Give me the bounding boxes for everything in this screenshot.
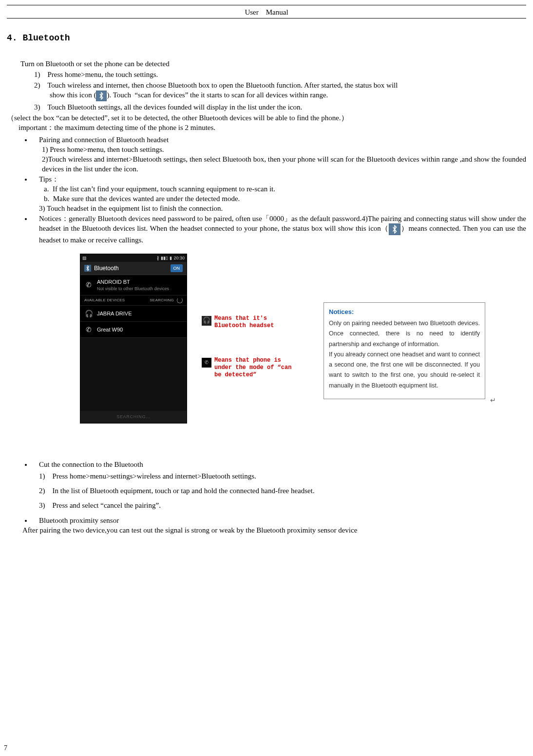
available-header: AVAILABLE DEVICES SEARCHING — [80, 295, 187, 306]
cut-step-3: 3) Press and select “cancel the pairing”… — [39, 500, 526, 510]
cut-step-1-text: Press home>menu>settings>wireless and in… — [53, 472, 256, 480]
header-top-rule — [7, 5, 526, 5]
cut-step-2: 2) In the list of Bluetooth equipment, t… — [39, 486, 526, 496]
intro-text: Turn on Bluetooth or set the phone can b… — [20, 59, 526, 69]
device-1-name: JABRA DRIVE — [97, 310, 183, 317]
step-1: 1) Press home>menu, the touch settings. — [34, 70, 526, 79]
my-device-name: ANDROID BT — [97, 278, 183, 286]
device-2-name: Great W90 — [97, 326, 183, 333]
bullet-list: Pairing and connection of Bluetooth head… — [21, 135, 526, 245]
phone-footer-searching: SEARCHING... — [80, 411, 187, 423]
device-row-2[interactable]: ✆ Great W90 — [80, 322, 187, 338]
available-label: AVAILABLE DEVICES — [84, 298, 125, 303]
figure-area: ▧ ∦ ▮▮▯ ▮ 20:30 Bluetooth ON ✆ ANDROID B… — [80, 254, 526, 423]
phone-screenshot: ▧ ∦ ▮▮▯ ▮ 20:30 Bluetooth ON ✆ ANDROID B… — [80, 254, 187, 423]
bluetooth-toggle[interactable]: ON — [171, 264, 183, 272]
prox-text: After pairing the two device,you can tes… — [22, 525, 526, 535]
callout-2: ✆ Means that phone is under the mode of … — [202, 357, 294, 379]
signal-icon: ▮▮▯ — [161, 255, 168, 261]
step-2: 2) Touch wireless and internet, then cho… — [34, 80, 526, 101]
headset-icon: 🎧 — [84, 309, 93, 318]
bullet-notices: Notices：generally Bluetooth devices need… — [32, 214, 526, 245]
callout-1: 🎧 Means that it's Bluetooth headset — [202, 315, 294, 330]
step-2a-text: Touch wireless and internet, then choose… — [47, 81, 398, 89]
header-bottom-rule — [7, 18, 526, 18]
prox-title: Bluetooth proximity sensor — [39, 516, 526, 525]
callout-1-text: Means that it's Bluetooth headset — [214, 315, 294, 330]
header-title: User Manual — [7, 7, 526, 17]
phone-bt-label: Bluetooth — [94, 264, 119, 272]
cut-title: Cut the connection to the Bluetooth — [39, 460, 526, 469]
bullet-pairing: Pairing and connection of Bluetooth head… — [32, 135, 526, 174]
bullet-tips: Tips： a. If the list can’t find your equ… — [32, 174, 526, 214]
step-2b-post: ). Touch “scan for devices” the it start… — [107, 91, 328, 99]
step-1-text: Press home>menu, the touch settings. — [48, 71, 158, 78]
notices-box: Notices: Only on pairing needed between … — [324, 302, 485, 399]
cut-step-2-text: In the list of Bluetooth equipment, touc… — [53, 487, 315, 495]
cut-step-1: 1) Press home>menu>settings>wireless and… — [39, 471, 526, 481]
spinner-icon — [177, 297, 183, 303]
callout-2-text: Means that phone is under the mode of “c… — [214, 357, 294, 379]
step-3-text: Touch Bluetooth settings, all the device… — [47, 103, 302, 111]
callout-phone-icon: ✆ — [202, 358, 211, 368]
tips-b: b. Make sure that the devices wanted are… — [44, 194, 526, 203]
bullet-cut: Cut the connection to the Bluetooth 1) P… — [32, 460, 526, 511]
pairing-title: Pairing and connection of Bluetooth head… — [39, 135, 526, 145]
tips-a: a. If the list can’t find your equipment… — [44, 184, 526, 194]
detect-note: （select the box “can be detected”, set i… — [7, 113, 526, 123]
phone-title-row: Bluetooth ON — [80, 262, 187, 275]
notices-p2: If you already connect one headset and w… — [329, 350, 480, 391]
phone-blank-area — [80, 338, 187, 411]
status-time: 20:30 — [173, 255, 185, 261]
searching-label: SEARCHING — [150, 298, 174, 303]
phone-icon: ✆ — [84, 281, 93, 290]
battery-icon: ▮ — [170, 255, 172, 261]
tips-3: 3) Touch headset in the equipment list t… — [39, 203, 526, 213]
callout-headset-icon: 🎧 — [202, 316, 211, 326]
notices-column: Notices: Only on pairing needed between … — [324, 302, 485, 399]
pairing-step-2: 2)Touch wireless and internet>Bluetooth … — [42, 154, 526, 174]
notices-box-title: Notices: — [329, 307, 480, 317]
bluetooth-connected-icon — [389, 223, 400, 235]
cut-list: Cut the connection to the Bluetooth 1) P… — [21, 460, 526, 525]
return-mark-icon: ↵ — [490, 396, 496, 405]
step-2b-pre: show this icon ( — [50, 91, 96, 99]
phone-device-icon: ✆ — [84, 325, 93, 334]
bluetooth-status-icon — [96, 91, 107, 101]
device-row-1[interactable]: 🎧 JABRA DRIVE — [80, 306, 187, 322]
bt-mini-icon: ∦ — [157, 255, 159, 261]
notices-p1: Only on pairing needed between two Bluet… — [329, 318, 480, 350]
tips-title: Tips： — [39, 174, 526, 184]
status-left-icon: ▧ — [82, 255, 87, 261]
my-device-row[interactable]: ✆ ANDROID BT Not visible to other Blueto… — [80, 275, 187, 295]
cut-step-3-text: Press and select “cancel the pairing”. — [53, 501, 161, 509]
my-device-sub: Not visible to other Bluetooth devices — [97, 286, 183, 292]
phone-status-bar: ▧ ∦ ▮▮▯ ▮ 20:30 — [80, 254, 187, 262]
bluetooth-icon — [84, 265, 91, 272]
callout-column: 🎧 Means that it's Bluetooth headset ✆ Me… — [202, 315, 294, 381]
bullet-proximity: Bluetooth proximity sensor — [32, 516, 526, 525]
section-title: 4. Bluetooth — [7, 32, 526, 44]
top-step-list: 1) Press home>menu, the touch settings. … — [34, 70, 526, 112]
important-note: important：the maximum detecting time of … — [19, 123, 526, 132]
pairing-step-1: 1) Press home>menu, then touch settings. — [42, 145, 526, 154]
step-3: 3) Touch Bluetooth settings, all the dev… — [34, 102, 526, 112]
